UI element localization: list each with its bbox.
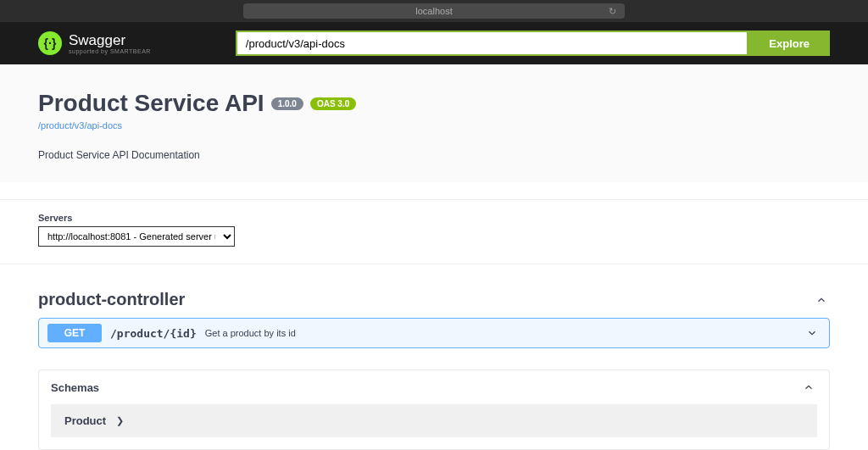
spec-url-form: Explore	[236, 31, 830, 56]
spec-url-input[interactable]	[236, 31, 748, 56]
tag-name: product-controller	[38, 290, 185, 309]
brand-subtitle: supported by SMARTBEAR	[69, 48, 151, 54]
servers-label: Servers	[38, 213, 830, 223]
swagger-logo-icon: {·}	[38, 31, 62, 55]
browser-address-bar: localhost ↻	[0, 0, 868, 22]
servers-section: Servers http://localhost:8081 - Generate…	[0, 199, 868, 264]
explore-button[interactable]: Explore	[748, 31, 830, 56]
schemas-body: Product ❯	[39, 404, 829, 449]
operation-path: /product/{id}	[110, 327, 197, 340]
swagger-logo: {·} Swagger supported by SMARTBEAR	[38, 31, 151, 55]
operation-summary: Get a product by its id	[205, 328, 296, 338]
schemas-section: Schemas Product ❯	[38, 369, 830, 450]
info-section: Product Service API 1.0.0 OAS 3.0 /produ…	[0, 64, 868, 182]
schemas-header[interactable]: Schemas	[39, 370, 829, 404]
brand-name: Swagger	[69, 32, 151, 49]
chevron-up-icon	[813, 292, 830, 308]
browser-url-text: localhost	[415, 6, 452, 16]
reload-icon[interactable]: ↻	[609, 3, 616, 19]
version-badge: 1.0.0	[271, 97, 303, 110]
chevron-up-icon	[800, 379, 817, 396]
schema-name: Product	[64, 414, 106, 427]
http-method-badge: GET	[47, 324, 102, 342]
browser-url-field[interactable]: localhost ↻	[243, 3, 625, 19]
api-title: Product Service API	[38, 90, 264, 117]
operation-get-product[interactable]: GET /product/{id} Get a product by its i…	[38, 318, 830, 348]
server-select[interactable]: http://localhost:8081 - Generated server…	[38, 226, 235, 247]
chevron-down-icon	[804, 325, 821, 342]
api-docs-link[interactable]: /product/v3/api-docs	[38, 120, 122, 131]
schema-item-product[interactable]: Product ❯	[51, 404, 817, 437]
title-row: Product Service API 1.0.0 OAS 3.0	[38, 90, 830, 117]
chevron-right-icon: ❯	[116, 415, 124, 426]
operations-section: product-controller GET /product/{id} Get…	[0, 264, 868, 450]
schemas-title: Schemas	[51, 381, 99, 394]
topbar: {·} Swagger supported by SMARTBEAR Explo…	[0, 22, 868, 64]
oas-badge: OAS 3.0	[310, 97, 356, 110]
tag-product-controller[interactable]: product-controller	[38, 281, 830, 318]
api-description: Product Service API Documentation	[38, 149, 830, 161]
